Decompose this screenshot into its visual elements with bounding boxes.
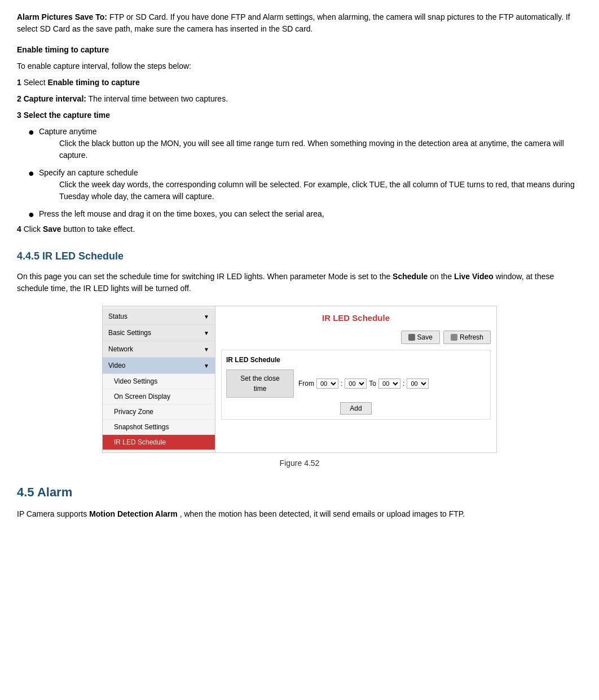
sidebar-sub-video-settings-label: Video Settings bbox=[114, 377, 157, 385]
bullet3-dot: ● bbox=[28, 208, 34, 221]
from-label: From bbox=[298, 378, 314, 389]
step3-num: 3 bbox=[17, 111, 21, 120]
bullet3-text: Press the left mouse and drag it on the … bbox=[39, 208, 582, 220]
sidebar-sub-ir-led[interactable]: IR LED Schedule bbox=[103, 435, 215, 450]
section-445-heading: 4.4.5 IR LED Schedule bbox=[17, 249, 582, 264]
bullet1-sub: Click the black button up the MON, you w… bbox=[59, 138, 582, 161]
figure-container: Status ▼ Basic Settings ▼ Network ▼ Vide… bbox=[17, 306, 582, 469]
step2-bold: Capture interval: bbox=[24, 94, 86, 103]
cam-toolbar: Save Refresh bbox=[221, 331, 491, 344]
time-colon-1: : bbox=[341, 378, 342, 389]
add-btn-container: Add bbox=[226, 402, 486, 415]
bullet1-text: Capture anytime Click the black button u… bbox=[39, 126, 582, 164]
to-min-select[interactable]: 00153045 bbox=[407, 378, 429, 389]
sidebar-item-basic-settings[interactable]: Basic Settings ▼ bbox=[103, 325, 215, 341]
from-hour-select[interactable]: 000102 bbox=[316, 378, 338, 389]
cam-ui-title: IR LED Schedule bbox=[221, 312, 491, 325]
alarm-pictures-bold: Alarm Pictures Save To: bbox=[17, 12, 107, 21]
sidebar-network-arrow: ▼ bbox=[204, 345, 209, 354]
bullet2-sub: Click the week day words, the correspond… bbox=[59, 179, 582, 202]
cam-content: IR LED Schedule Set the close time From … bbox=[221, 350, 491, 420]
sidebar-status-arrow: ▼ bbox=[204, 312, 209, 321]
intro-mid: on the bbox=[430, 272, 454, 281]
step4-num: 4 bbox=[17, 224, 21, 234]
to-label: To bbox=[369, 378, 376, 389]
cam-schedule-row: Set the close time From 000102 : 0015304… bbox=[226, 369, 486, 398]
sidebar-item-video[interactable]: Video ▼ bbox=[103, 358, 215, 374]
sidebar-video-arrow: ▼ bbox=[204, 362, 209, 370]
step1: 1 Select Enable timing to capture bbox=[17, 77, 582, 89]
sidebar-basic-arrow: ▼ bbox=[204, 329, 209, 337]
sidebar-sub-privacy[interactable]: Privacy Zone bbox=[103, 404, 215, 420]
sidebar-sub-osd-label: On Screen Display bbox=[114, 393, 170, 400]
cam-ui: Status ▼ Basic Settings ▼ Network ▼ Vide… bbox=[103, 306, 496, 452]
bullet2-text: Specify an capture schedule Click the we… bbox=[39, 167, 582, 205]
section-45-bold: Motion Detection Alarm bbox=[89, 509, 178, 518]
enable-timing-intro: To enable capture interval, follow the s… bbox=[17, 60, 582, 72]
section-45-rest: , when the motion has been detected, it … bbox=[180, 509, 465, 518]
sidebar-item-network[interactable]: Network ▼ bbox=[103, 341, 215, 358]
enable-timing-section: Enable timing to capture To enable captu… bbox=[17, 44, 582, 235]
step2-num: 2 bbox=[17, 94, 21, 103]
step4: 4 Click Save button to take effect. bbox=[17, 223, 582, 235]
save-label: Save bbox=[417, 333, 433, 341]
step2-rest: The interval time between two captures. bbox=[89, 94, 228, 103]
sidebar-sub-video-settings[interactable]: Video Settings bbox=[103, 374, 215, 389]
save-button[interactable]: Save bbox=[401, 331, 440, 344]
bullet1-item: ● Capture anytime Click the black button… bbox=[28, 126, 582, 164]
enable-timing-heading: Enable timing to capture bbox=[17, 44, 582, 56]
figure-caption: Figure 4.52 bbox=[280, 457, 320, 469]
step3: 3 Select the capture time bbox=[17, 109, 582, 121]
sidebar-sub-snapshot[interactable]: Snapshot Settings bbox=[103, 420, 215, 435]
sidebar-status-label: Status bbox=[108, 311, 127, 322]
cam-main: IR LED Schedule Save Refresh IR LED Sche… bbox=[215, 306, 496, 452]
sidebar-basic-label: Basic Settings bbox=[108, 328, 151, 338]
sidebar-network-label: Network bbox=[108, 344, 133, 354]
section-445: 4.4.5 IR LED Schedule On this page you c… bbox=[17, 249, 582, 469]
bullet2-item: ● Specify an capture schedule Click the … bbox=[28, 167, 582, 205]
step4-rest: button to take effect. bbox=[64, 224, 135, 234]
bullet1-dot: ● bbox=[28, 126, 34, 139]
bullet3-item: ● Press the left mouse and drag it on th… bbox=[28, 208, 582, 221]
refresh-icon bbox=[451, 334, 457, 341]
from-min-select[interactable]: 00153045 bbox=[345, 378, 367, 389]
sidebar-sub-ir-led-label: IR LED Schedule bbox=[114, 438, 166, 446]
figure-box: Status ▼ Basic Settings ▼ Network ▼ Vide… bbox=[102, 306, 497, 453]
step1-bold: Enable timing to capture bbox=[48, 78, 140, 87]
schedule-bold: Schedule bbox=[393, 272, 428, 281]
live-bold: Live Video bbox=[454, 272, 494, 281]
bullet2-label: Specify an capture schedule bbox=[39, 168, 138, 177]
refresh-label: Refresh bbox=[460, 333, 483, 341]
cam-time-group-from: From 000102 : 00153045 To 000 bbox=[298, 378, 429, 389]
step4-bold: Save bbox=[43, 224, 61, 234]
section-45-heading: 4.5 Alarm bbox=[17, 483, 582, 501]
section-45: 4.5 Alarm IP Camera supports Motion Dete… bbox=[17, 483, 582, 520]
sidebar-sub-snapshot-label: Snapshot Settings bbox=[114, 423, 169, 431]
sidebar-sub-privacy-label: Privacy Zone bbox=[114, 408, 153, 416]
step2: 2 Capture interval: The interval time be… bbox=[17, 93, 582, 105]
intro-text: On this page you can set the schedule ti… bbox=[17, 272, 393, 281]
sidebar-item-status[interactable]: Status ▼ bbox=[103, 309, 215, 325]
cam-sidebar: Status ▼ Basic Settings ▼ Network ▼ Vide… bbox=[103, 306, 215, 452]
section-445-intro: On this page you can set the schedule ti… bbox=[17, 271, 582, 294]
step4-label: Click bbox=[24, 224, 43, 234]
time-colon-2: : bbox=[403, 378, 404, 389]
bullet1-label: Capture anytime bbox=[39, 127, 97, 136]
cam-content-label: IR LED Schedule bbox=[226, 355, 486, 365]
add-button[interactable]: Add bbox=[340, 402, 371, 415]
sidebar-sub-osd[interactable]: On Screen Display bbox=[103, 389, 215, 404]
section-45-intro-text: IP Camera supports bbox=[17, 509, 89, 518]
bullet2-dot: ● bbox=[28, 167, 34, 180]
save-icon bbox=[408, 334, 415, 341]
sidebar-video-label: Video bbox=[108, 360, 125, 371]
step1-label: Select bbox=[24, 78, 48, 87]
refresh-button[interactable]: Refresh bbox=[443, 331, 491, 344]
alarm-pictures-section: Alarm Pictures Save To: FTP or SD Card. … bbox=[17, 11, 582, 35]
step1-num: 1 bbox=[17, 78, 21, 87]
to-hour-select[interactable]: 000102 bbox=[378, 378, 400, 389]
alarm-pictures-text: Alarm Pictures Save To: FTP or SD Card. … bbox=[17, 11, 582, 35]
cam-set-label: Set the close time bbox=[226, 369, 294, 398]
section-45-intro: IP Camera supports Motion Detection Alar… bbox=[17, 508, 582, 520]
step3-bold: Select the capture time bbox=[24, 111, 110, 120]
